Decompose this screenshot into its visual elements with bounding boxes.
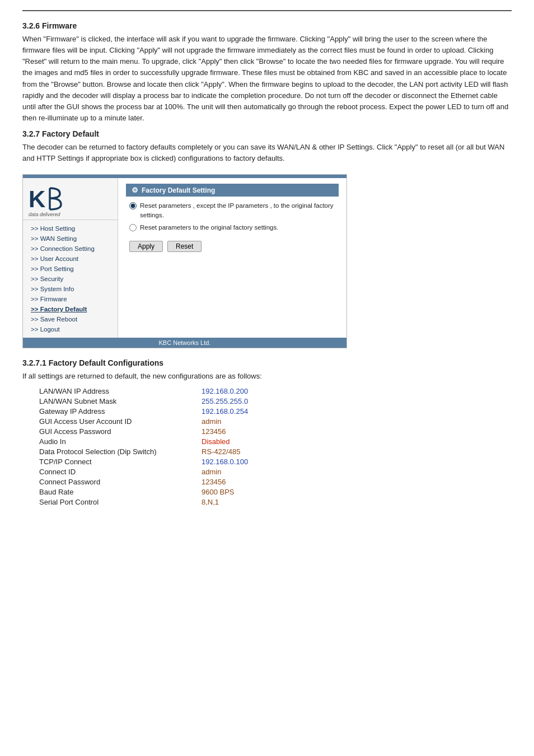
config-value-5: Disabled	[202, 437, 230, 446]
config-value-7: 192.168.0.100	[202, 458, 248, 466]
config-label-2: Gateway IP Address	[39, 407, 202, 416]
logo-graphic: K	[29, 186, 112, 211]
sidebar-item-port-setting[interactable]: >> Port Setting	[23, 264, 118, 274]
reset-button[interactable]: Reset	[167, 241, 202, 252]
firmware-heading: 3.2.6 Firmware	[22, 21, 512, 30]
radio-option-1: Reset parameters , except the IP paramet…	[129, 201, 339, 219]
config-value-3: admin	[202, 417, 221, 426]
config-label-6: Data Protocol Selection (Dip Switch)	[39, 447, 202, 456]
config-item-1: LAN/WAN Subnet Mask 255.255.255.0	[39, 397, 512, 405]
radio-group: Reset parameters , except the IP paramet…	[126, 197, 339, 237]
ui-screenshot: K data delivered >> Host Setting >> WAN …	[22, 174, 347, 348]
config-item-0: LAN/WAN IP Address 192.168.0.200	[39, 387, 512, 395]
panel-title-bar: ⚙ Factory Default Setting	[126, 184, 339, 197]
radio-input-1[interactable]	[129, 202, 137, 209]
config-value-8: admin	[202, 468, 221, 476]
ui-sidebar: K data delivered >> Host Setting >> WAN …	[23, 178, 118, 338]
config-value-2: 192.168.0.254	[202, 407, 248, 416]
config-item-6: Data Protocol Selection (Dip Switch) RS-…	[39, 447, 512, 456]
radio-option-2: Reset parameters to the original factory…	[129, 223, 339, 232]
config-label-8: Connect ID	[39, 468, 202, 476]
config-label-0: LAN/WAN IP Address	[39, 387, 202, 395]
sidebar-item-factory-default[interactable]: >> Factory Default	[23, 304, 118, 314]
sidebar-item-wan-setting[interactable]: >> WAN Setting	[23, 234, 118, 244]
config-item-9: Connect Password 123456	[39, 478, 512, 486]
footer-text: KBC Networks Ltd.	[159, 339, 211, 346]
apply-button[interactable]: Apply	[129, 241, 163, 252]
panel-title: Factory Default Setting	[142, 186, 215, 194]
config-label-9: Connect Password	[39, 478, 202, 486]
config-item-8: Connect ID admin	[39, 468, 512, 476]
sidebar-item-save-reboot[interactable]: >> Save Reboot	[23, 314, 118, 324]
config-list: LAN/WAN IP Address 192.168.0.200 LAN/WAN…	[22, 387, 512, 506]
radio-label-1: Reset parameters , except the IP paramet…	[140, 201, 339, 219]
logo-tagline: data delivered	[29, 212, 112, 217]
ui-footer-bar: KBC Networks Ltd.	[23, 338, 346, 348]
config-value-9: 123456	[202, 478, 226, 486]
fdc-heading: 3.2.7.1 Factory Default Configurations	[22, 358, 512, 367]
radio-input-2[interactable]	[129, 224, 137, 231]
sidebar-item-security[interactable]: >> Security	[23, 274, 118, 284]
config-value-4: 123456	[202, 427, 226, 436]
config-value-6: RS-422/485	[202, 447, 240, 456]
ui-body: K data delivered >> Host Setting >> WAN …	[23, 178, 346, 338]
radio-label-2: Reset parameters to the original factory…	[140, 223, 278, 232]
fdc-intro: If all settings are returned to default,…	[22, 371, 512, 382]
config-label-3: GUI Access User Account ID	[39, 417, 202, 426]
firmware-paragraph: When "Firmware" is clicked, the interfac…	[22, 34, 512, 124]
ui-content-area: ⚙ Factory Default Setting Reset paramete…	[118, 178, 346, 259]
config-label-5: Audio In	[39, 437, 202, 446]
gear-icon: ⚙	[132, 186, 138, 194]
svg-text:K: K	[29, 186, 45, 211]
config-label-11: Serial Port Control	[39, 498, 202, 506]
sidebar-item-connection-setting[interactable]: >> Connection Setting	[23, 244, 118, 254]
config-value-0: 192.168.0.200	[202, 387, 248, 395]
button-row: Apply Reset	[126, 237, 339, 254]
config-label-4: GUI Access Password	[39, 427, 202, 436]
config-label-7: TCP/IP Connect	[39, 458, 202, 466]
config-item-7: TCP/IP Connect 192.168.0.100	[39, 458, 512, 466]
factory-default-paragraph: The decoder can be returned to factory d…	[22, 142, 512, 164]
sidebar-item-logout[interactable]: >> Logout	[23, 324, 118, 334]
sidebar-item-firmware[interactable]: >> Firmware	[23, 294, 118, 304]
ui-logo: K data delivered	[23, 181, 118, 220]
main-content: 3.2.6 Firmware When "Firmware" is clicke…	[0, 11, 534, 519]
config-item-11: Serial Port Control 8,N,1	[39, 498, 512, 506]
ui-main-panel: ⚙ Factory Default Setting Reset paramete…	[118, 178, 346, 338]
config-value-10: 9600 BPS	[202, 488, 235, 496]
config-label-10: Baud Rate	[39, 488, 202, 496]
sidebar-item-host-setting[interactable]: >> Host Setting	[23, 223, 118, 234]
config-item-3: GUI Access User Account ID admin	[39, 417, 512, 426]
config-value-11: 8,N,1	[202, 498, 219, 506]
sidebar-item-system-info[interactable]: >> System Info	[23, 284, 118, 294]
kbc-logo-svg: K	[29, 186, 63, 211]
config-item-10: Baud Rate 9600 BPS	[39, 488, 512, 496]
config-item-5: Audio In Disabled	[39, 437, 512, 446]
config-value-1: 255.255.255.0	[202, 397, 248, 405]
config-item-2: Gateway IP Address 192.168.0.254	[39, 407, 512, 416]
factory-default-heading: 3.2.7 Factory Default	[22, 129, 512, 138]
config-label-1: LAN/WAN Subnet Mask	[39, 397, 202, 405]
config-item-4: GUI Access Password 123456	[39, 427, 512, 436]
sidebar-item-user-account[interactable]: >> User Account	[23, 254, 118, 264]
